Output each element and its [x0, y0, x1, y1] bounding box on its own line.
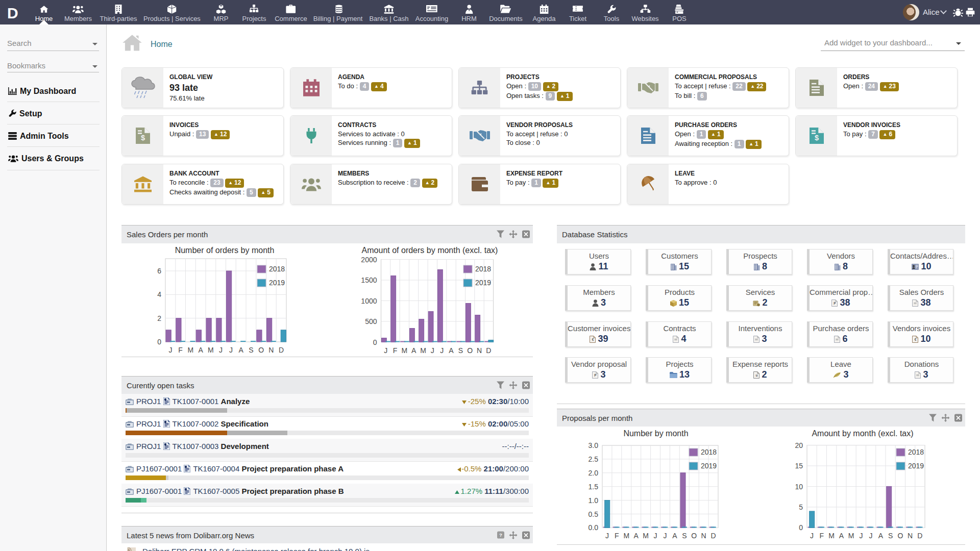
- svg-text:N: N: [268, 346, 274, 354]
- svg-text:0.5: 0.5: [589, 510, 599, 518]
- svg-text:A: A: [839, 532, 844, 540]
- svg-text:A: A: [238, 346, 243, 354]
- svg-text:0: 0: [373, 338, 377, 346]
- svg-text:O: O: [691, 532, 697, 540]
- svg-text:15: 15: [795, 462, 803, 470]
- svg-text:2019: 2019: [908, 462, 924, 470]
- svg-text:5: 5: [799, 503, 803, 511]
- svg-text:10: 10: [795, 483, 803, 491]
- svg-text:S: S: [249, 346, 253, 354]
- svg-text:0: 0: [157, 338, 161, 346]
- svg-text:2.0: 2.0: [589, 469, 599, 477]
- svg-text:1.0: 1.0: [589, 496, 599, 505]
- svg-text:A: A: [449, 346, 454, 355]
- svg-text:J: J: [440, 346, 444, 355]
- svg-text:2019: 2019: [269, 279, 285, 287]
- svg-text:A: A: [411, 346, 416, 355]
- svg-text:A: A: [672, 532, 677, 540]
- svg-text:M: M: [828, 532, 835, 540]
- svg-text:2018: 2018: [701, 448, 717, 456]
- svg-text:J: J: [431, 346, 434, 355]
- svg-text:A: A: [634, 532, 639, 540]
- svg-text:2018: 2018: [908, 448, 924, 456]
- svg-text:J: J: [168, 346, 172, 354]
- svg-text:N: N: [477, 346, 482, 355]
- svg-text:2000: 2000: [361, 256, 377, 264]
- svg-text:u: u: [756, 373, 758, 377]
- svg-text:S: S: [888, 532, 893, 540]
- svg-text:J: J: [810, 532, 814, 540]
- svg-text:$: $: [814, 134, 818, 142]
- svg-text:€: €: [592, 338, 594, 341]
- svg-text:500: 500: [365, 317, 377, 325]
- svg-text:D: D: [710, 532, 716, 540]
- svg-text:1.5: 1.5: [589, 483, 599, 491]
- svg-text:Amount of orders by month (exc: Amount of orders by month (excl. tax): [362, 246, 498, 255]
- svg-text:M: M: [848, 532, 854, 540]
- svg-text:J: J: [384, 346, 387, 355]
- svg-text:M: M: [643, 532, 649, 540]
- svg-text:Number of orders by month: Number of orders by month: [175, 246, 275, 255]
- svg-text:D: D: [279, 346, 284, 354]
- svg-text:F: F: [615, 532, 619, 540]
- svg-text:A: A: [878, 532, 884, 540]
- svg-text:N: N: [701, 532, 706, 540]
- svg-text:A: A: [198, 346, 203, 354]
- svg-text:0: 0: [799, 523, 803, 532]
- svg-text:Amount by month (excl. tax): Amount by month (excl. tax): [812, 429, 913, 438]
- svg-text:O: O: [897, 532, 903, 540]
- svg-text:2019: 2019: [475, 279, 491, 287]
- svg-text:M: M: [208, 346, 214, 354]
- svg-text:J: J: [654, 532, 657, 540]
- svg-text:F: F: [393, 346, 398, 355]
- svg-text:J: J: [219, 346, 223, 354]
- svg-text:J: J: [229, 346, 233, 354]
- svg-text:€: €: [915, 338, 917, 341]
- svg-text:3.0: 3.0: [589, 441, 599, 449]
- svg-text:2018: 2018: [475, 265, 491, 273]
- svg-text:2018: 2018: [269, 265, 285, 273]
- svg-text:6: 6: [157, 267, 161, 275]
- svg-text:J: J: [605, 532, 609, 540]
- svg-text:F: F: [178, 346, 183, 354]
- svg-text:$: $: [140, 134, 144, 142]
- svg-text:O: O: [258, 346, 264, 354]
- svg-text:1000: 1000: [361, 297, 377, 305]
- svg-text:J: J: [869, 532, 873, 540]
- svg-text:?: ?: [499, 532, 502, 538]
- svg-text:M: M: [420, 346, 426, 355]
- svg-text:J: J: [664, 532, 667, 540]
- svg-text:4: 4: [157, 290, 161, 298]
- svg-text:D: D: [917, 532, 922, 540]
- svg-text:2019: 2019: [701, 462, 717, 470]
- svg-text:2.5: 2.5: [589, 455, 599, 463]
- svg-text:0.0: 0.0: [589, 523, 599, 532]
- svg-text:Number by month: Number by month: [623, 429, 688, 438]
- svg-text:M: M: [401, 346, 407, 355]
- svg-text:P: P: [595, 373, 597, 377]
- svg-text:2: 2: [157, 314, 161, 322]
- svg-text:O: O: [467, 346, 473, 355]
- svg-text:D: D: [486, 346, 491, 355]
- svg-text:S: S: [458, 346, 463, 355]
- svg-text:20: 20: [795, 441, 803, 449]
- svg-text:M: M: [188, 346, 194, 354]
- svg-text:P: P: [834, 302, 837, 305]
- svg-text:S: S: [682, 532, 687, 540]
- svg-text:J: J: [859, 532, 863, 540]
- svg-text:1500: 1500: [361, 276, 377, 284]
- svg-text:N: N: [908, 532, 913, 540]
- svg-text:F: F: [820, 532, 824, 540]
- svg-text:M: M: [623, 532, 629, 540]
